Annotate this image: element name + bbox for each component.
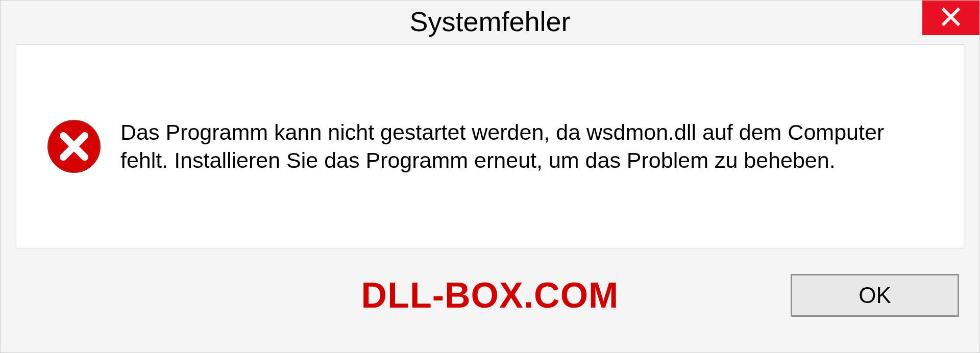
close-button[interactable] bbox=[922, 1, 979, 35]
close-icon bbox=[941, 7, 961, 29]
dialog-title: Systemfehler bbox=[409, 6, 570, 37]
error-dialog: Systemfehler Das Programm kann nicht ges… bbox=[0, 0, 980, 353]
dialog-footer: DLL-BOX.COM OK bbox=[1, 248, 979, 352]
watermark-text: DLL-BOX.COM bbox=[361, 275, 619, 316]
titlebar: Systemfehler bbox=[1, 1, 979, 42]
ok-button[interactable]: OK bbox=[791, 274, 959, 317]
content-panel: Das Programm kann nicht gestartet werden… bbox=[16, 44, 964, 248]
error-icon bbox=[47, 119, 101, 173]
error-message: Das Programm kann nicht gestartet werden… bbox=[120, 118, 917, 174]
